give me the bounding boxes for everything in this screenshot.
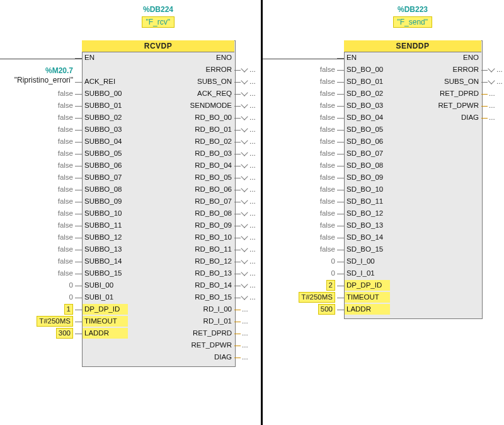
dash: [234, 322, 241, 322]
dash: [337, 274, 344, 274]
right-out-stub-SUBS_ON: ...: [489, 76, 503, 88]
right-out-DIAG: DIAG: [344, 112, 479, 124]
right-inval-SD_BO_11: false: [0, 195, 335, 207]
right-in-SD_BO_13: SD_BO_13: [346, 219, 416, 231]
dash: [337, 310, 344, 310]
right-inval-SD_BO_09: false: [0, 172, 335, 183]
dash: [337, 178, 344, 178]
right-in-SD_BO_14: SD_BO_14: [346, 231, 416, 243]
dash: [337, 130, 344, 131]
right-out-stub-DIAG: ...: [489, 112, 495, 124]
dash: [337, 262, 344, 262]
dash: [337, 202, 344, 202]
left-block-title: RCVDP: [82, 40, 234, 52]
right-inval-SD_BO_06: false: [0, 136, 335, 148]
right-out-stub-RET_DPRD: ...: [489, 88, 495, 100]
right-in-SD_BO_10: SD_BO_10: [346, 183, 416, 195]
right-inval-SD_BO_07: false: [0, 148, 335, 160]
dash: [337, 238, 344, 238]
right-out-SUBS_ON: SUBS_ON: [344, 76, 479, 88]
right-inval-DP_DP_ID: 2: [0, 279, 335, 291]
dash: [337, 214, 344, 214]
dash: [234, 358, 241, 358]
right-inval-SD_BO_13: false: [0, 219, 335, 231]
right-in-SD_BO_08: SD_BO_08: [346, 160, 416, 172]
dash: [337, 286, 344, 286]
right-in-TIMEOUT: TIMEOUT: [346, 291, 416, 303]
left-inval-LADDR: 300: [0, 327, 73, 339]
dash: [337, 94, 344, 95]
dash: [481, 82, 488, 83]
left-out-ENO: ENO: [82, 52, 232, 64]
right-in-LADDR: LADDR: [346, 303, 416, 315]
dash: [337, 106, 344, 107]
right-in-SD_BO_05: SD_BO_05: [346, 124, 416, 136]
dash: [337, 250, 344, 250]
dash: [337, 298, 344, 298]
left-out-stub-RET_DPWR: ...: [242, 339, 248, 351]
dash: [75, 334, 82, 334]
right-inval-SD_I_00: 0: [0, 255, 335, 267]
right-inval-SD_BO_03: false: [0, 100, 335, 112]
right-inval-SD_BO_08: false: [0, 160, 335, 172]
right-out-RET_DPRD: RET_DPRD: [344, 88, 479, 100]
right-idb: %DB223: [344, 5, 481, 14]
dash: [337, 154, 344, 154]
dash: [75, 58, 82, 59]
left-out-stub-RD_I_01: ...: [242, 315, 248, 327]
right-inval-SD_I_01: 0: [0, 267, 335, 279]
right-idb-name: "F_send": [393, 16, 433, 28]
dash: [337, 70, 344, 71]
right-in-SD_BO_06: SD_BO_06: [346, 136, 416, 148]
rail-right: [263, 59, 344, 59]
right-block-title: SENDDP: [344, 40, 481, 52]
diagram-root: RCVDP%DB224"F_rcv"ENACK_REI%M20.7"Ripris…: [0, 0, 504, 425]
right-in-SD_I_01: SD_I_01: [346, 267, 416, 279]
left-out-RET_DPWR: RET_DPWR: [82, 339, 232, 351]
dash: [337, 226, 344, 226]
right-in-SD_BO_15: SD_BO_15: [346, 243, 416, 255]
left-inval-TIMEOUT: T#250MS: [0, 315, 73, 327]
right-inval-TIMEOUT: T#250MS: [0, 291, 335, 303]
right-in-SD_BO_07: SD_BO_07: [346, 148, 416, 160]
left-out-DIAG: DIAG: [82, 351, 232, 363]
right-in-SD_BO_12: SD_BO_12: [346, 207, 416, 219]
right-out-RET_DPWR: RET_DPWR: [344, 100, 479, 112]
dash: [234, 346, 241, 346]
dash: [337, 82, 344, 83]
right-inval-SD_BO_00: false: [0, 64, 335, 76]
right-in-SD_I_00: SD_I_00: [346, 255, 416, 267]
right-inval-LADDR: 500: [0, 303, 335, 315]
right-inval-SD_BO_02: false: [0, 88, 335, 100]
left-idb: %DB224: [82, 5, 234, 14]
left-out-stub-RET_DPRD: ...: [242, 327, 248, 339]
right-inval-SD_BO_10: false: [0, 183, 335, 195]
right-inval-SD_BO_05: false: [0, 124, 335, 136]
right-out-stub-RET_DPWR: ...: [489, 100, 495, 112]
right-inval-SD_BO_15: false: [0, 243, 335, 255]
right-inval-SD_BO_01: false: [0, 76, 335, 88]
rail-left: [0, 59, 82, 59]
dash: [234, 334, 241, 334]
right-inval-SD_BO_14: false: [0, 231, 335, 243]
right-in-SD_BO_09: SD_BO_09: [346, 172, 416, 183]
dash: [481, 94, 488, 95]
right-out-ENO: ENO: [344, 52, 479, 64]
dash: [337, 166, 344, 166]
dash: [337, 118, 344, 119]
dash: [481, 118, 488, 119]
right-inval-SD_BO_12: false: [0, 207, 335, 219]
left-out-RD_I_01: RD_I_01: [82, 315, 232, 327]
dash: [75, 322, 82, 322]
dash: [337, 142, 344, 143]
left-out-RET_DPRD: RET_DPRD: [82, 327, 232, 339]
dash: [337, 58, 344, 59]
dash: [337, 190, 344, 190]
left-out-stub-DIAG: ...: [242, 351, 248, 363]
right-in-SD_BO_11: SD_BO_11: [346, 195, 416, 207]
dash: [481, 70, 488, 71]
right-in-DP_DP_ID: DP_DP_ID: [346, 279, 416, 291]
right-out-stub-ERROR: ...: [489, 64, 503, 76]
right-out-ERROR: ERROR: [344, 64, 479, 76]
right-inval-SD_BO_04: false: [0, 112, 335, 124]
